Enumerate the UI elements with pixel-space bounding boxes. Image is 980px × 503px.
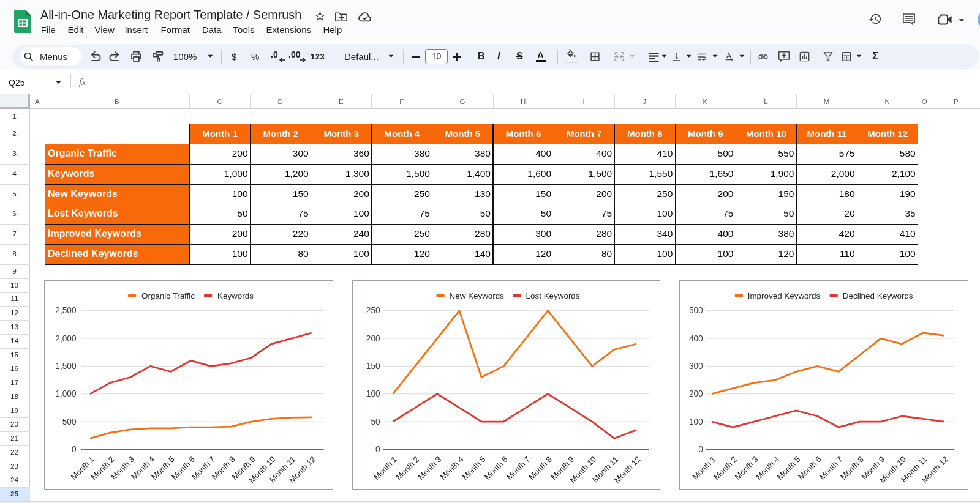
svg-text:Month 1: Month 1: [372, 455, 399, 482]
svg-text:300: 300: [689, 362, 703, 371]
svg-text:Lost Keywords: Lost Keywords: [526, 291, 580, 300]
svg-text:Month 7: Month 7: [505, 455, 532, 482]
svg-text:250: 250: [366, 306, 380, 315]
svg-text:Improved Keywords: Improved Keywords: [748, 291, 821, 300]
svg-text:0: 0: [375, 445, 380, 454]
svg-text:Month 4: Month 4: [438, 455, 465, 482]
svg-text:Month 8: Month 8: [527, 455, 554, 482]
svg-text:0: 0: [72, 445, 77, 454]
svg-text:1,000: 1,000: [55, 389, 77, 398]
svg-text:Keywords: Keywords: [217, 291, 254, 300]
svg-text:100: 100: [366, 389, 380, 398]
svg-text:200: 200: [366, 334, 380, 343]
svg-text:Month 3: Month 3: [416, 455, 443, 482]
svg-text:Declined Keywords: Declined Keywords: [843, 291, 913, 300]
svg-text:50: 50: [371, 417, 380, 427]
svg-text:1,500: 1,500: [55, 362, 77, 371]
svg-text:0: 0: [698, 445, 703, 454]
svg-text:100: 100: [689, 417, 703, 427]
svg-text:2,500: 2,500: [55, 306, 77, 315]
svg-text:New Keywords: New Keywords: [450, 291, 505, 300]
svg-text:500: 500: [62, 417, 77, 427]
svg-text:Organic Traffic: Organic Traffic: [141, 291, 195, 300]
svg-text:Month 5: Month 5: [461, 455, 488, 482]
svg-text:400: 400: [689, 334, 703, 343]
svg-text:500: 500: [689, 306, 703, 315]
svg-text:Month 6: Month 6: [483, 455, 510, 482]
svg-text:2,000: 2,000: [55, 334, 77, 343]
svg-text:150: 150: [366, 362, 380, 371]
svg-text:Month 2: Month 2: [394, 455, 421, 482]
svg-text:200: 200: [689, 389, 703, 398]
